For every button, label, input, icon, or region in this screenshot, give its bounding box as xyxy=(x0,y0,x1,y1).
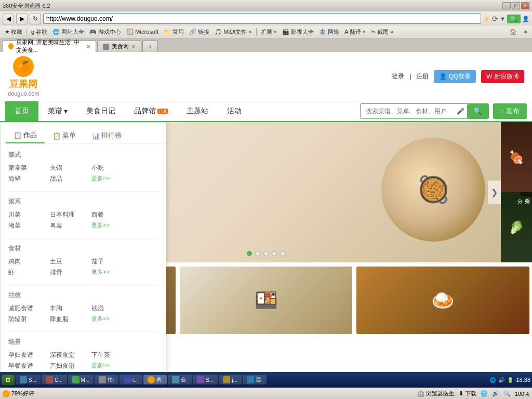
menu-link-maternity[interactable]: 产妇食谱 xyxy=(50,362,91,370)
games-button[interactable]: 🎮 游戏中心 xyxy=(87,28,123,36)
menu-link-breakfast[interactable]: 早餐食谱 xyxy=(8,362,50,370)
screenshot-button[interactable]: ✂ 截图 » xyxy=(369,28,395,36)
arrow-right-icon[interactable]: ➜ xyxy=(521,28,529,36)
menu-link-radiation[interactable]: 防辐射 xyxy=(8,315,50,324)
menu-link-eggplant[interactable]: 茄子 xyxy=(91,257,133,266)
back-button[interactable]: ◀ xyxy=(3,13,14,24)
menu-tab-menu[interactable]: 📋 菜单 xyxy=(45,128,84,143)
taskbar-item-3[interactable]: M... xyxy=(68,375,94,384)
weibo-login-button[interactable]: W 新浪微博 xyxy=(481,70,524,83)
taskbar-item-2[interactable]: C... xyxy=(42,375,67,384)
search-button[interactable]: 🔍 xyxy=(467,104,488,118)
bank-button[interactable]: 🏦 网银 xyxy=(317,28,341,36)
taskbar-item-6[interactable]: 美. xyxy=(143,375,167,384)
taskbar-item-10[interactable]: 远. xyxy=(243,375,267,384)
menu-link-chicken[interactable]: 鸡肉 xyxy=(8,257,50,266)
menu-link-shrimp[interactable]: 虾 xyxy=(8,268,50,277)
menu-link-latenight[interactable]: 深夜食堂 xyxy=(50,351,91,360)
menu-more-effect[interactable]: 更多>> xyxy=(91,315,110,324)
hero-dot-4[interactable] xyxy=(272,251,277,256)
points-panel[interactable]: 积分 分 xyxy=(521,192,532,196)
extend-button[interactable]: 扩展 » xyxy=(259,28,279,36)
menu-link-snack[interactable]: 小吃 xyxy=(91,164,133,172)
menu-link-cantonese[interactable]: 粤菜 xyxy=(50,221,91,230)
tab-douguo[interactable]: 豆果网_开启美味生活_中文美食... ✕ xyxy=(3,41,96,52)
menu-more-cuisine[interactable]: 更多>> xyxy=(91,221,110,230)
nav-theme[interactable]: 主题站 xyxy=(177,101,218,121)
menu-link-seafood[interactable]: 海鲜 xyxy=(8,175,50,183)
home-icon[interactable]: 🏠 xyxy=(508,28,519,36)
menu-link-japanese[interactable]: 日本料理 xyxy=(50,210,91,219)
microsoft-button[interactable]: 🪟 Microsoft xyxy=(124,28,161,36)
nav-recipes[interactable]: 菜谱 ▾ xyxy=(38,101,77,121)
hero-nav-right[interactable]: ❯ xyxy=(488,181,501,204)
nav-all-button[interactable]: 🌐 网址大全 xyxy=(50,28,86,36)
menu-tab-works[interactable]: 📋 作品 xyxy=(6,128,45,143)
menu-link-hotpot[interactable]: 火锅 xyxy=(50,164,91,172)
favorites-icon[interactable]: ★ 收藏 xyxy=(3,28,24,36)
tab-close-douguo[interactable]: ✕ xyxy=(86,44,90,49)
taskbar-item-4[interactable]: 拍. xyxy=(95,375,118,384)
taskbar-item-8[interactable]: S... xyxy=(193,375,218,384)
menu-link-sichuan[interactable]: 川菜 xyxy=(8,210,50,219)
food-card-3[interactable]: 🍛 xyxy=(356,267,529,334)
menu-link-hunan[interactable]: 湘菜 xyxy=(8,221,50,230)
search-input[interactable] xyxy=(361,105,454,117)
video-button[interactable]: 🎬 影视大全 xyxy=(280,28,316,36)
taskbar-item-9[interactable]: j... xyxy=(219,375,242,384)
refresh-button[interactable]: ↻ xyxy=(30,13,41,24)
hero-dot-1[interactable] xyxy=(247,251,252,256)
menu-link-potato[interactable]: 土豆 xyxy=(50,257,91,266)
menu-more-ingredient[interactable]: 更多>> xyxy=(91,268,110,277)
tab-close-food[interactable]: ✕ xyxy=(131,44,136,49)
midi-button[interactable]: 🎵 MIDI文件 » xyxy=(212,28,254,36)
hero-dot-3[interactable] xyxy=(263,251,269,256)
forward-button[interactable]: ▶ xyxy=(16,13,28,24)
close-button[interactable]: ✕ xyxy=(521,2,529,9)
taskbar-item-7[interactable]: 会. xyxy=(168,375,192,384)
common-button[interactable]: 📁 常用 xyxy=(162,28,186,36)
menu-link-diet[interactable]: 减肥食谱 xyxy=(8,304,50,313)
nav-diary[interactable]: 美食日记 xyxy=(77,101,125,121)
menu-link-dessert[interactable]: 甜品 xyxy=(50,175,91,183)
publish-button[interactable]: + 发布 xyxy=(493,103,527,119)
menu-link-damp[interactable]: 祛湿 xyxy=(91,304,133,313)
address-bar[interactable] xyxy=(43,14,481,24)
menu-link-western[interactable]: 西餐 xyxy=(91,210,133,219)
links-button[interactable]: 🔗 链接 xyxy=(187,28,211,36)
menu-link-tea[interactable]: 下午茶 xyxy=(91,351,133,360)
food-card-2[interactable]: 🍱 xyxy=(180,267,353,334)
hero-dot-5[interactable] xyxy=(280,251,285,256)
minimize-button[interactable]: ─ xyxy=(502,2,511,9)
tab-food[interactable]: 美食网 ✕ xyxy=(97,41,141,52)
translate-button[interactable]: A 翻译 » xyxy=(342,28,368,36)
dropdown-icon[interactable]: ▼ xyxy=(500,16,506,22)
menu-link-homecook[interactable]: 家常菜 xyxy=(8,164,50,172)
menu-tab-rank[interactable]: 📊 排行榜 xyxy=(84,128,129,143)
nav-brand[interactable]: 品牌馆 Hot xyxy=(125,101,177,121)
refresh-small-icon[interactable]: ⟳ xyxy=(492,15,498,23)
download-btn[interactable]: ⬇ 下载 xyxy=(459,390,476,397)
search-engine-icon[interactable]: 🔍 xyxy=(507,15,521,23)
menu-more-scene[interactable]: 更多>> xyxy=(91,362,110,370)
register-link[interactable]: 注册 xyxy=(416,72,429,81)
menu-link-bust[interactable]: 丰胸 xyxy=(50,304,91,313)
site-logo[interactable]: 🍊 豆果网 douguo.com xyxy=(8,56,39,97)
start-button[interactable]: ⊞ xyxy=(2,375,15,385)
tab-new[interactable]: + xyxy=(142,41,158,52)
hero-dot-2[interactable] xyxy=(255,251,260,256)
user-icon[interactable]: 👤 xyxy=(522,16,529,22)
menu-more-style[interactable]: 更多>> xyxy=(91,175,110,183)
nav-activity[interactable]: 活动 xyxy=(218,101,251,121)
qq-login-button[interactable]: 👤 QQ登录 xyxy=(434,70,476,83)
browser-doctor[interactable]: 🏥 浏览器医生 xyxy=(417,390,455,397)
maximize-button[interactable]: □ xyxy=(512,2,520,9)
google-button[interactable]: g 谷歌 xyxy=(29,28,49,36)
nav-home[interactable]: 首页 xyxy=(5,101,38,121)
menu-link-pregnant[interactable]: 孕妇食谱 xyxy=(8,351,50,360)
menu-link-ribs[interactable]: 排骨 xyxy=(50,268,91,277)
taskbar-item-5[interactable]: i... xyxy=(119,375,142,384)
menu-link-blood[interactable]: 降血脂 xyxy=(50,315,91,324)
login-link[interactable]: 登录 xyxy=(392,72,404,81)
taskbar-item-1[interactable]: S... xyxy=(16,375,41,384)
